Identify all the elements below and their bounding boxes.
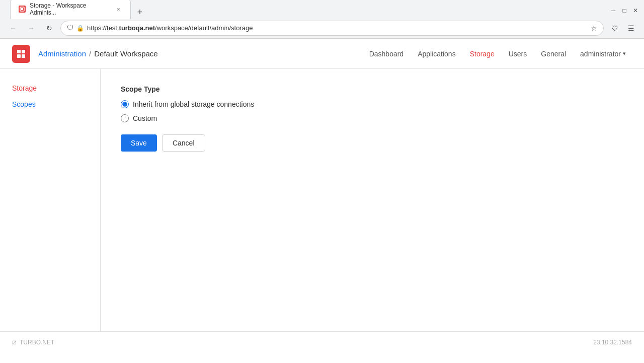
svg-rect-5 <box>22 54 25 58</box>
window-controls: ─ □ ✕ <box>610 7 639 14</box>
button-row: Save Cancel <box>121 134 624 152</box>
radio-custom-option[interactable]: Custom <box>121 114 624 122</box>
breadcrumb: Administration / Default Workspace <box>38 49 158 58</box>
radio-group: Inherit from global storage connections … <box>121 100 624 122</box>
title-bar: Storage - Workspace Adminis... × + ─ □ ✕ <box>0 0 644 18</box>
sidebar: Storage Scopes <box>0 69 101 331</box>
sidebar-storage-link[interactable]: Storage <box>8 81 92 95</box>
page-wrapper: Administration / Default Workspace Dashb… <box>0 39 644 352</box>
active-tab[interactable]: Storage - Workspace Adminis... × <box>10 0 131 19</box>
nav-user-chevron: ▾ <box>623 50 626 57</box>
bookmark-icon[interactable]: ☆ <box>591 24 597 32</box>
reload-button[interactable]: ↻ <box>42 21 56 35</box>
app-header: Administration / Default Workspace Dashb… <box>0 39 644 69</box>
radio-inherit-label: Inherit from global storage connections <box>133 100 254 108</box>
svg-rect-2 <box>17 50 21 53</box>
radio-custom-label: Custom <box>133 114 157 122</box>
maximize-button[interactable]: □ <box>621 7 628 14</box>
svg-rect-4 <box>17 54 21 58</box>
url-bar[interactable]: 🛡 🔒 https://test.turboqa.net/workspace/d… <box>60 21 604 36</box>
footer-logo-text: TURBO.NET <box>20 339 54 346</box>
scope-type-label: Scope Type <box>121 85 624 93</box>
tab-bar: Storage - Workspace Adminis... × + <box>5 2 152 19</box>
svg-rect-1 <box>21 8 23 10</box>
lock-icon: 🔒 <box>76 25 84 32</box>
breadcrumb-admin-link[interactable]: Administration <box>38 49 86 58</box>
scope-type-section: Scope Type Inherit from global storage c… <box>121 85 624 122</box>
new-tab-button[interactable]: + <box>133 5 147 19</box>
breadcrumb-separator: / <box>89 49 91 58</box>
breadcrumb-workspace: Default Workspace <box>94 49 157 58</box>
sidebar-scopes-link[interactable]: Scopes <box>8 97 92 111</box>
forward-button[interactable]: → <box>24 21 38 35</box>
profile-button[interactable]: ☰ <box>624 21 638 35</box>
url-text: https://test.turboqa.net/workspace/defau… <box>87 24 588 32</box>
nav-general[interactable]: General <box>535 47 572 61</box>
tab-title: Storage - Workspace Adminis... <box>30 2 111 16</box>
app-logo <box>12 45 30 63</box>
minimize-button[interactable]: ─ <box>610 7 617 14</box>
browser-chrome: Storage - Workspace Adminis... × + ─ □ ✕… <box>0 0 644 39</box>
footer: ⧄ TURBO.NET 23.10.32.1584 <box>0 331 644 352</box>
nav-user-label: administrator <box>580 50 621 58</box>
address-bar: ← → ↻ 🛡 🔒 https://test.turboqa.net/works… <box>0 18 644 38</box>
radio-inherit-input[interactable] <box>121 100 129 108</box>
nav-storage[interactable]: Storage <box>464 47 501 61</box>
nav-user-menu[interactable]: administrator ▾ <box>574 47 632 61</box>
tab-close-button[interactable]: × <box>115 5 122 13</box>
footer-logo-icon: ⧄ <box>12 338 17 346</box>
cancel-button[interactable]: Cancel <box>162 134 205 152</box>
content-area: Scope Type Inherit from global storage c… <box>101 69 644 331</box>
toolbar-actions: 🛡 ☰ <box>608 21 638 35</box>
radio-inherit-option[interactable]: Inherit from global storage connections <box>121 100 624 108</box>
back-button[interactable]: ← <box>6 21 20 35</box>
footer-version: 23.10.32.1584 <box>593 339 632 346</box>
header-nav: Dashboard Applications Storage Users Gen… <box>363 47 632 61</box>
nav-applications[interactable]: Applications <box>412 47 462 61</box>
svg-rect-3 <box>22 50 25 53</box>
tab-favicon <box>19 6 26 13</box>
shield-icon: 🛡 <box>67 24 73 32</box>
save-button[interactable]: Save <box>121 134 157 152</box>
nav-users[interactable]: Users <box>503 47 533 61</box>
extensions-button[interactable]: 🛡 <box>608 21 622 35</box>
close-button[interactable]: ✕ <box>632 7 639 14</box>
main-layout: Storage Scopes Scope Type Inherit from g… <box>0 69 644 331</box>
footer-logo: ⧄ TURBO.NET <box>12 338 54 346</box>
nav-dashboard[interactable]: Dashboard <box>363 47 410 61</box>
radio-custom-input[interactable] <box>121 114 129 122</box>
